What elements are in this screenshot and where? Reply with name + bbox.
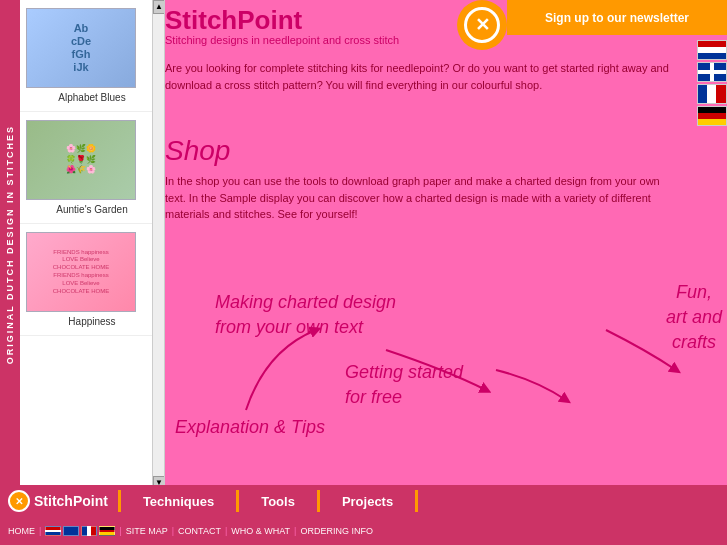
main-content: StitchPoint Stitching designs in needlep… xyxy=(165,0,727,490)
flag-de[interactable] xyxy=(697,106,727,126)
flag-uk[interactable] xyxy=(697,62,727,82)
footer-flags xyxy=(45,526,115,536)
footer-flag-nl[interactable] xyxy=(45,526,61,536)
intro-text: Are you looking for complete stitching k… xyxy=(165,60,677,93)
shop-section: Shop In the shop you can use the tools t… xyxy=(165,135,677,223)
logo-cross-icon: ✕ xyxy=(475,14,490,36)
sidebar-text: ORIGINAL DUTCH DESIGN IN STITCHES xyxy=(5,125,15,364)
flag-nl[interactable] xyxy=(697,40,727,60)
alphabet-pattern: AbcDefGhiJk xyxy=(71,22,91,75)
site-subtitle: Stitching designs in needlepoint and cro… xyxy=(165,34,399,46)
product-label-auntie: Auntie's Garden xyxy=(26,204,158,215)
header: StitchPoint Stitching designs in needlep… xyxy=(165,0,727,65)
newsletter-text: Sign up to our newsletter xyxy=(545,11,689,25)
site-title: StitchPoint xyxy=(165,5,399,36)
bottom-logo-cross-icon: ✕ xyxy=(15,496,23,507)
footer-flag-de[interactable] xyxy=(99,526,115,536)
product-image-auntie: 🌸🌿🌼🍀🌹🌿🌺🌾🌸 xyxy=(26,120,136,200)
logo-icon-inner: ✕ xyxy=(464,7,500,43)
product-label-alphabet: Alphabet Blues xyxy=(26,92,158,103)
newsletter-banner[interactable]: Sign up to our newsletter xyxy=(507,0,727,35)
language-flags xyxy=(697,40,727,126)
handwritten-getting: Getting startedfor free xyxy=(345,360,463,410)
footer-sep-1: | xyxy=(39,526,41,536)
bottom-logo-text: StitchPoint xyxy=(34,493,108,509)
footer-link-home[interactable]: HOME xyxy=(8,526,35,536)
nav-item-tools[interactable]: Tools xyxy=(241,494,315,509)
nav-item-techniques[interactable]: Techniques xyxy=(123,494,234,509)
footer-sep-2: | xyxy=(119,526,121,536)
scroll-up-button[interactable]: ▲ xyxy=(153,0,165,14)
product-item-happiness[interactable]: FRIENDS happiness LOVE Believe CHOCOLATE… xyxy=(20,224,164,336)
footer-link-ordering[interactable]: ORDERING INFO xyxy=(300,526,373,536)
footer-sep-5: | xyxy=(294,526,296,536)
happiness-pattern: FRIENDS happiness LOVE Believe CHOCOLATE… xyxy=(51,247,112,298)
bottom-logo: ✕ StitchPoint xyxy=(0,490,116,512)
footer-flag-uk[interactable] xyxy=(63,526,79,536)
footer-link-sitemap[interactable]: SITE MAP xyxy=(126,526,168,536)
nav-sep-3 xyxy=(317,490,320,512)
handwritten-charted: Making charted designfrom your own text xyxy=(215,290,396,340)
product-image-happiness: FRIENDS happiness LOVE Believe CHOCOLATE… xyxy=(26,232,136,312)
product-label-happiness: Happiness xyxy=(26,316,158,327)
shop-heading: Shop xyxy=(165,135,677,167)
handwritten-fun: Fun,art andcrafts xyxy=(666,280,722,356)
handwritten-explanation: Explanation & Tips xyxy=(175,415,325,440)
footer-link-contact[interactable]: CONTACT xyxy=(178,526,221,536)
scroll-bar[interactable]: ▲ ▼ xyxy=(152,0,164,490)
nav-sep-1 xyxy=(118,490,121,512)
footer-sep-4: | xyxy=(225,526,227,536)
nav-sep-4 xyxy=(415,490,418,512)
product-item-auntie[interactable]: 🌸🌿🌼🍀🌹🌿🌺🌾🌸 Auntie's Garden xyxy=(20,112,164,224)
product-item-alphabet[interactable]: AbcDefGhiJk Alphabet Blues xyxy=(20,0,164,112)
product-image-alphabet: AbcDefGhiJk xyxy=(26,8,136,88)
bottom-logo-icon: ✕ xyxy=(8,490,30,512)
shop-description: In the shop you can use the tools to dow… xyxy=(165,173,677,223)
nav-item-projects[interactable]: Projects xyxy=(322,494,413,509)
logo-icon: ✕ xyxy=(457,0,507,50)
auntie-pattern: 🌸🌿🌼🍀🌹🌿🌺🌾🌸 xyxy=(66,144,96,175)
nav-sep-2 xyxy=(236,490,239,512)
footer-flag-fr[interactable] xyxy=(81,526,97,536)
left-panel: AbcDefGhiJk Alphabet Blues 🌸🌿🌼🍀🌹🌿🌺🌾🌸 Aun… xyxy=(20,0,165,490)
logo-area: StitchPoint Stitching designs in needlep… xyxy=(165,5,399,46)
intro-section: Are you looking for complete stitching k… xyxy=(165,60,677,93)
footer-links: HOME | | SITE MAP | CONTACT | WHO & WHAT… xyxy=(0,517,727,545)
bottom-nav: ✕ StitchPoint Techniques Tools Projects xyxy=(0,485,727,517)
footer-link-whowhat[interactable]: WHO & WHAT xyxy=(231,526,290,536)
flag-fr[interactable] xyxy=(697,84,727,104)
sidebar: ORIGINAL DUTCH DESIGN IN STITCHES xyxy=(0,0,20,490)
footer-sep-3: | xyxy=(172,526,174,536)
